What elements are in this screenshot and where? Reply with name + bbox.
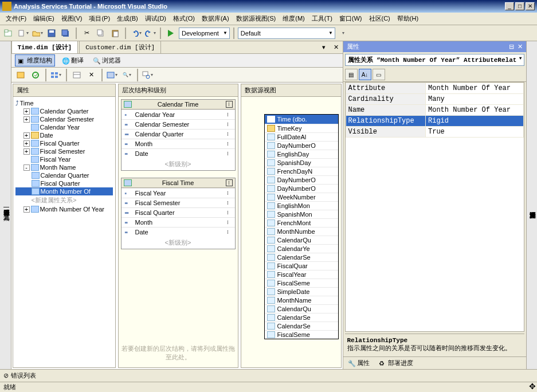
menu-window[interactable]: 窗口(W)	[336, 13, 366, 24]
dsv-column[interactable]: MonthNumbe	[265, 227, 338, 236]
tree-item[interactable]: +Fiscal Semester	[15, 147, 113, 155]
menu-debug[interactable]: 调试(D)	[142, 13, 170, 24]
menu-tools[interactable]: 工具(T)	[308, 13, 336, 24]
hierarchy-fiscal[interactable]: Fiscal Time⁝ ▪Fiscal Year⁝ ▪▪Fiscal Seme…	[121, 178, 236, 249]
pane-close-icon[interactable]: ✕	[518, 43, 523, 50]
level-row[interactable]: ▪▪▪Fiscal Quarter⁝	[121, 207, 235, 217]
show-all-icon[interactable]	[105, 69, 119, 81]
dsv-column[interactable]: FiscalQuar	[265, 261, 338, 270]
process-icon[interactable]	[29, 69, 42, 81]
dsv-column[interactable]: CalendarQu	[265, 304, 338, 313]
tree-item[interactable]: +Month Number Of Year	[15, 205, 113, 213]
menu-database[interactable]: 数据库(A)	[198, 13, 233, 24]
tree-item[interactable]: +Date	[15, 131, 113, 139]
dsv-column[interactable]: CalendarSe	[265, 253, 338, 261]
dsv-column[interactable]: FullDateAl	[265, 132, 338, 141]
property-pages-icon[interactable]: ▭	[373, 69, 385, 80]
menu-community[interactable]: 社区(C)	[366, 13, 394, 24]
minimize-button[interactable]: _	[505, 2, 514, 10]
dsv-column[interactable]: EnglishDay	[265, 150, 338, 158]
tree-item[interactable]: Fiscal Year	[15, 155, 113, 163]
tree-item[interactable]: Calendar Year	[15, 123, 113, 131]
dsv-column[interactable]: FrenchMont	[265, 218, 338, 227]
maximize-button[interactable]: □	[515, 2, 524, 10]
subtab-structure[interactable]: ▣维度结构	[15, 54, 55, 66]
dsv-column[interactable]: CalendarSe	[265, 322, 338, 330]
undo-icon[interactable]	[130, 27, 142, 40]
level-row[interactable]: ▪Fiscal Year⁝	[121, 188, 235, 198]
level-row[interactable]: ▪▪Fiscal Semester⁝	[121, 198, 235, 207]
chevron-icon[interactable]: ⁝	[226, 101, 233, 108]
level-row[interactable]: ▪▪Date⁝	[121, 227, 235, 237]
menu-build[interactable]: 生成(B)	[113, 13, 142, 24]
open-dropdown-icon[interactable]	[31, 27, 44, 40]
properties-grid[interactable]: AttributeMonth Number Of Year Cardinalit…	[345, 82, 524, 332]
chevron-icon[interactable]: ⁝	[226, 179, 233, 186]
level-row[interactable]: ▪▪▪Calendar Quarter⁝	[121, 129, 235, 139]
dsv-column[interactable]: WeekNumber	[265, 193, 338, 201]
pin-icon[interactable]: ⊟	[509, 43, 514, 50]
dsv-column[interactable]: CalendarYe	[265, 244, 338, 253]
menu-project[interactable]: 项目(P)	[85, 13, 113, 24]
tree-new-relationship[interactable]: <新建属性关系>	[15, 195, 113, 205]
close-button[interactable]: ✕	[526, 2, 535, 10]
dsv-column[interactable]: TimeKey	[265, 124, 338, 132]
tree-item[interactable]: +Calendar Semester	[15, 115, 113, 123]
tree-child-selected[interactable]: Month Number Of	[15, 187, 113, 195]
tree-root-time[interactable]: ⤴ Time	[15, 99, 113, 107]
dsv-column[interactable]: FiscalSeme	[265, 330, 338, 339]
dsv-column[interactable]: FrenchDayN	[265, 167, 338, 175]
zoom-icon[interactable]: 🔍	[120, 69, 134, 81]
find-table-icon[interactable]	[141, 69, 155, 81]
level-row[interactable]: ▪Calendar Year⁝	[121, 109, 235, 119]
cut-icon[interactable]: ✂	[80, 27, 93, 40]
config-combo[interactable]: Development	[179, 28, 230, 39]
tree-child[interactable]: Fiscal Quarter	[15, 179, 113, 187]
dsv-canvas[interactable]: Time (dbo. TimeKeyFullDateAlDayNumberOEn…	[241, 97, 341, 367]
alphabetical-icon[interactable]: A↓	[359, 69, 371, 80]
dsv-column[interactable]: DayNumberO	[265, 141, 338, 150]
menu-dimension[interactable]: 维度(M)	[279, 13, 308, 24]
toolbar-overflow-icon[interactable]	[337, 27, 350, 40]
menu-help[interactable]: 帮助(H)	[394, 13, 422, 24]
dsv-column[interactable]: FiscalYear	[265, 270, 338, 279]
new-project-icon[interactable]	[2, 27, 15, 40]
show-table-icon[interactable]	[70, 69, 84, 81]
paste-icon[interactable]	[109, 27, 121, 40]
save-all-icon[interactable]	[60, 27, 72, 40]
new-level[interactable]: <新级别>	[121, 237, 235, 249]
copy-icon[interactable]	[95, 27, 107, 40]
target-combo[interactable]: Default	[238, 28, 335, 39]
tree-child[interactable]: Calendar Quarter	[15, 171, 113, 179]
menu-dsv[interactable]: 数据源视图(S)	[233, 13, 280, 24]
dsv-column[interactable]: SimpleDate	[265, 287, 338, 296]
tab-close-icon[interactable]: ✕	[330, 41, 343, 53]
subtab-translations[interactable]: 🌐翻译	[60, 55, 86, 66]
subtab-browser[interactable]: 🔍浏览器	[91, 55, 123, 66]
tab-menu-icon[interactable]: ▾	[318, 41, 330, 53]
view-as-icon[interactable]	[49, 69, 63, 81]
dsv-column[interactable]: SpanishDay	[265, 158, 338, 167]
server-explorer-tab[interactable]: 服务器资源管理器 | 工具箱	[0, 41, 11, 369]
dsv-column[interactable]: CalendarQu	[265, 236, 338, 244]
tab-customer-dim[interactable]: Customer.dim [设计]	[79, 41, 161, 53]
tree-item-month-name[interactable]: -Month Name	[15, 163, 113, 171]
delete-icon[interactable]: ✕	[85, 69, 99, 81]
redo-icon[interactable]	[144, 27, 156, 40]
solution-explorer-tab[interactable]: 解决方案资源管理器	[526, 41, 538, 369]
dsv-column[interactable]: EnglishMon	[265, 201, 338, 210]
tree-item[interactable]: +Calendar Quarter	[15, 107, 113, 115]
menu-format[interactable]: 格式(O)	[170, 13, 198, 24]
tree-item[interactable]: +Fiscal Quarter	[15, 139, 113, 147]
tab-deploy-progress[interactable]: ♻部署进度	[374, 358, 418, 369]
error-list-tab[interactable]: ⊘ 错误列表	[0, 369, 537, 382]
dsv-column[interactable]: SpanishMon	[265, 210, 338, 218]
menu-edit[interactable]: 编辑(E)	[30, 13, 58, 24]
save-icon[interactable]	[45, 27, 58, 40]
new-dropdown-icon[interactable]	[17, 27, 29, 40]
hierarchy-calendar[interactable]: Calendar Time⁝ ▪Calendar Year⁝ ▪▪Calenda…	[121, 99, 236, 171]
level-row[interactable]: ▪▪Month⁝	[121, 139, 235, 148]
properties-object-combo[interactable]: 属性关系 “Month Number Of Year” AttributeRel…	[345, 54, 524, 66]
add-bi-icon[interactable]	[14, 69, 28, 81]
dsv-column[interactable]: FiscalSeme	[265, 279, 338, 287]
